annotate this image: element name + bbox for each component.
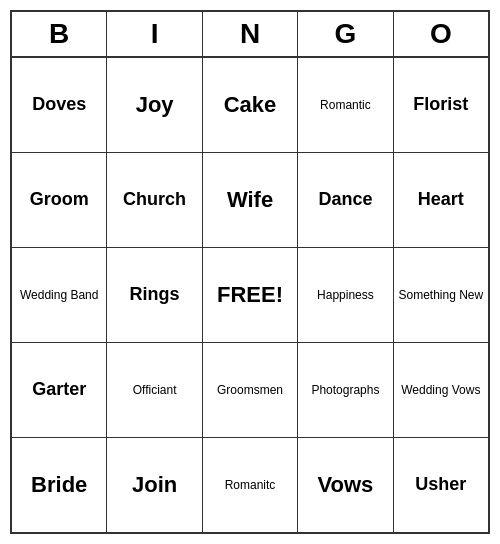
- bingo-cell-3-1: Officiant: [107, 343, 202, 437]
- cell-text-2-1: Rings: [130, 284, 180, 306]
- bingo-header: BINGO: [12, 12, 488, 58]
- bingo-cell-1-0: Groom: [12, 153, 107, 247]
- cell-text-0-0: Doves: [32, 94, 86, 116]
- bingo-cell-2-0: Wedding Band: [12, 248, 107, 342]
- cell-text-0-2: Cake: [224, 92, 277, 118]
- bingo-cell-1-3: Dance: [298, 153, 393, 247]
- cell-text-1-1: Church: [123, 189, 186, 211]
- cell-text-1-4: Heart: [418, 189, 464, 211]
- bingo-row-1: GroomChurchWifeDanceHeart: [12, 153, 488, 248]
- bingo-row-4: BrideJoinRomanitcVowsUsher: [12, 438, 488, 532]
- cell-text-2-2: FREE!: [217, 282, 283, 308]
- bingo-row-3: GarterOfficiantGroomsmenPhotographsWeddi…: [12, 343, 488, 438]
- cell-text-0-1: Joy: [136, 92, 174, 118]
- cell-text-0-4: Florist: [413, 94, 468, 116]
- bingo-grid: DovesJoyCakeRomanticFloristGroomChurchWi…: [12, 58, 488, 532]
- header-letter-O: O: [394, 12, 488, 56]
- bingo-card: BINGO DovesJoyCakeRomanticFloristGroomCh…: [10, 10, 490, 534]
- bingo-row-2: Wedding BandRingsFREE!HappinessSomething…: [12, 248, 488, 343]
- cell-text-3-4: Wedding Vows: [401, 383, 480, 397]
- bingo-cell-0-0: Doves: [12, 58, 107, 152]
- bingo-cell-0-2: Cake: [203, 58, 298, 152]
- bingo-cell-2-1: Rings: [107, 248, 202, 342]
- cell-text-3-2: Groomsmen: [217, 383, 283, 397]
- cell-text-3-0: Garter: [32, 379, 86, 401]
- bingo-cell-2-4: Something New: [394, 248, 488, 342]
- bingo-cell-2-3: Happiness: [298, 248, 393, 342]
- cell-text-3-3: Photographs: [311, 383, 379, 397]
- bingo-cell-3-3: Photographs: [298, 343, 393, 437]
- bingo-cell-1-1: Church: [107, 153, 202, 247]
- bingo-cell-4-2: Romanitc: [203, 438, 298, 532]
- cell-text-2-4: Something New: [398, 288, 483, 302]
- bingo-cell-3-4: Wedding Vows: [394, 343, 488, 437]
- cell-text-3-1: Officiant: [133, 383, 177, 397]
- bingo-row-0: DovesJoyCakeRomanticFlorist: [12, 58, 488, 153]
- cell-text-4-1: Join: [132, 472, 177, 498]
- cell-text-0-3: Romantic: [320, 98, 371, 112]
- cell-text-4-2: Romanitc: [225, 478, 276, 492]
- cell-text-4-4: Usher: [415, 474, 466, 496]
- bingo-cell-4-4: Usher: [394, 438, 488, 532]
- cell-text-4-3: Vows: [318, 472, 374, 498]
- bingo-cell-1-4: Heart: [394, 153, 488, 247]
- header-letter-B: B: [12, 12, 107, 56]
- header-letter-I: I: [107, 12, 202, 56]
- cell-text-2-0: Wedding Band: [20, 288, 99, 302]
- bingo-cell-0-4: Florist: [394, 58, 488, 152]
- bingo-cell-3-0: Garter: [12, 343, 107, 437]
- cell-text-1-3: Dance: [318, 189, 372, 211]
- cell-text-1-2: Wife: [227, 187, 273, 213]
- bingo-cell-1-2: Wife: [203, 153, 298, 247]
- bingo-cell-0-3: Romantic: [298, 58, 393, 152]
- cell-text-2-3: Happiness: [317, 288, 374, 302]
- bingo-cell-4-0: Bride: [12, 438, 107, 532]
- bingo-cell-4-3: Vows: [298, 438, 393, 532]
- bingo-cell-3-2: Groomsmen: [203, 343, 298, 437]
- bingo-cell-2-2: FREE!: [203, 248, 298, 342]
- header-letter-G: G: [298, 12, 393, 56]
- cell-text-1-0: Groom: [30, 189, 89, 211]
- bingo-cell-4-1: Join: [107, 438, 202, 532]
- bingo-cell-0-1: Joy: [107, 58, 202, 152]
- header-letter-N: N: [203, 12, 298, 56]
- cell-text-4-0: Bride: [31, 472, 87, 498]
